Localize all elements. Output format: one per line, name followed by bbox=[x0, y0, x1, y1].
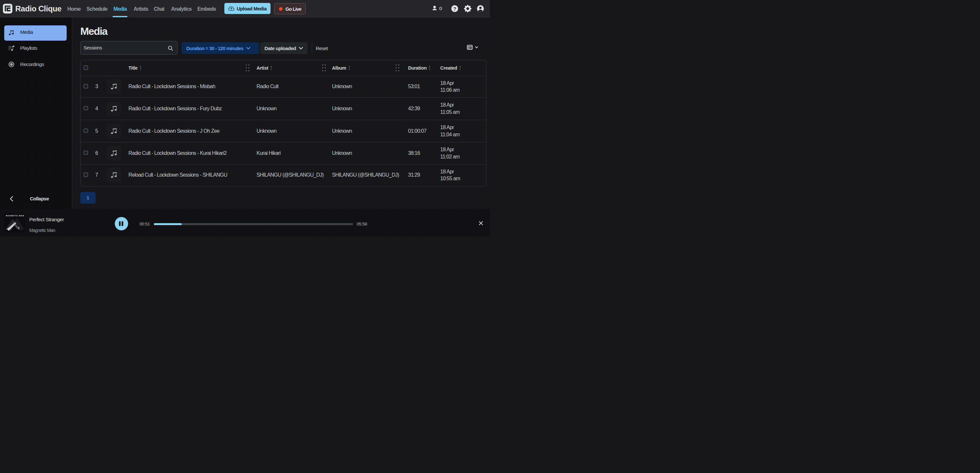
svg-text:?: ? bbox=[453, 6, 456, 11]
